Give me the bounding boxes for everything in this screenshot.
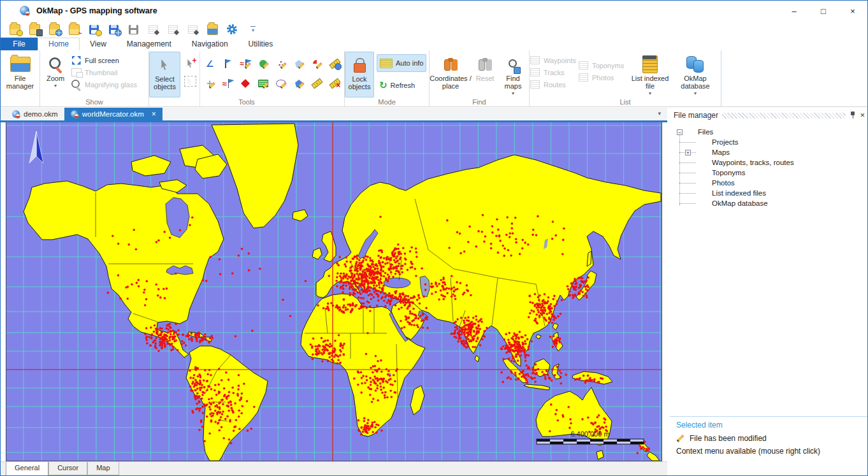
tab-list-caret-icon[interactable]: ▾	[658, 110, 661, 117]
doc-tab-demo-okm[interactable]: demo.okm	[6, 108, 64, 120]
lock-objects-button[interactable]: Lock objects	[345, 52, 374, 97]
show-item-label: Thumbnail	[85, 69, 117, 76]
app-logo-icon	[20, 6, 29, 15]
qat-open-remote-map-button[interactable]	[47, 22, 62, 36]
ruler-icon	[312, 79, 322, 89]
tree-expander-expand[interactable]: +	[685, 150, 691, 155]
draw-area-icon	[258, 59, 269, 69]
draw-polygon-button[interactable]	[291, 55, 307, 73]
ribbon-tab-home[interactable]: Home	[38, 38, 80, 50]
select-objects-button[interactable]: Select objects	[149, 52, 180, 97]
qat-settings-button[interactable]	[224, 22, 240, 36]
tree-item-maps[interactable]: +Maps	[670, 147, 868, 157]
minimize-button[interactable]: –	[779, 1, 809, 21]
show-item-thumbnail: Thumbnail	[71, 66, 137, 78]
qat-save-map-button[interactable]	[106, 22, 121, 36]
qat-overflow-caret-icon[interactable]: ▾	[250, 26, 256, 33]
tree-item-files[interactable]: −Files	[670, 127, 868, 137]
doc-tab-worldMercator-okm[interactable]: worldMercator.okm×	[64, 108, 163, 120]
show-item-full-screen[interactable]: Full screen	[71, 54, 137, 66]
list-indexed-caret-icon: ▾	[649, 90, 651, 97]
find-maps-button[interactable]: Find maps ▾	[498, 52, 528, 97]
settings-icon	[227, 25, 238, 34]
tree-item-label: Projects	[712, 138, 739, 146]
measure-calibrate-button[interactable]	[326, 55, 343, 73]
group-file-manager: File manager	[1, 50, 40, 106]
modified-row: File has been modified	[676, 434, 862, 443]
file-manager-button[interactable]: File manager	[1, 52, 40, 97]
draw-polygon-icon	[294, 59, 305, 69]
tree-item-waypoints-tracks-routes[interactable]: Waypoints, tracks, routes	[670, 157, 868, 168]
draw-ellipse-icon	[276, 79, 287, 89]
coordinates-place-label: Coordinates / place	[430, 75, 472, 90]
zoom-button[interactable]: Zoom ▾	[40, 52, 71, 97]
selected-item-link[interactable]: Selected item	[676, 421, 862, 429]
qat-open-project-button[interactable]	[7, 22, 22, 36]
ribbon-tab-view[interactable]: View	[80, 38, 117, 50]
draw-waypoint-button[interactable]	[219, 55, 236, 73]
refresh-button[interactable]: ↻ Refresh	[377, 77, 426, 94]
pin-icon[interactable]	[850, 112, 856, 119]
select-add-button[interactable]: +	[182, 55, 198, 71]
list-indexed-file-button[interactable]: List indexed file ▾	[628, 52, 672, 97]
draw-waypoint-icon	[222, 59, 233, 69]
draw-multipoint-button[interactable]: ∴	[273, 55, 289, 73]
group-mode: Lock objects Auto info ↻ Refresh Mode	[345, 50, 430, 106]
database-icon	[686, 56, 704, 73]
panel-close-icon[interactable]: ×	[860, 112, 865, 119]
world-map[interactable]: 6.400.000 m	[6, 122, 662, 461]
tree-item-okmap-database[interactable]: OkMap database	[670, 198, 868, 208]
list-item-routes: Routes	[530, 78, 578, 90]
okmap-database-button[interactable]: OkMap database ▾	[672, 52, 718, 97]
qat-open-track-file-button[interactable]: ~	[66, 22, 82, 36]
auto-info-button[interactable]: Auto info	[377, 54, 426, 72]
tree-item-photos[interactable]: Photos	[670, 178, 868, 188]
ribbon-tab-file[interactable]: File	[1, 38, 38, 50]
open-track-file-icon: ~	[69, 25, 80, 34]
tree-expander-collapse[interactable]: −	[677, 129, 683, 135]
ribbon-tab-navigation[interactable]: Navigation	[182, 38, 238, 50]
qat-open-map-button[interactable]	[27, 22, 42, 36]
draw-multipoint-icon: ∴	[276, 59, 287, 69]
tree-item-label: Waypoints, tracks, routes	[712, 159, 794, 166]
status-tab-map[interactable]: Map	[87, 462, 119, 475]
thumbnail-icon	[71, 68, 82, 77]
draw-angle-button[interactable]: ∠	[201, 55, 218, 73]
open-remote-map-icon	[49, 25, 60, 34]
file-manager-tree: −FilesProjects+MapsWaypoints, tracks, ro…	[670, 122, 868, 208]
open-file-manager-icon	[207, 25, 218, 34]
close-button[interactable]: ×	[838, 1, 867, 21]
group-tools: Select objects + ∠≈∴+≈× Tools	[149, 50, 345, 106]
status-tab-general[interactable]: General	[6, 462, 48, 476]
draw-ellipse-button[interactable]	[273, 75, 289, 92]
panel-grip[interactable]	[722, 113, 846, 119]
qat-open-file-manager-button[interactable]	[205, 22, 220, 36]
list-item-tracks: Tracks	[530, 66, 578, 78]
select-add-icon: +	[185, 59, 196, 68]
tree-item-toponyms[interactable]: Toponyms	[670, 168, 868, 178]
draw-polygon-filled-button[interactable]	[291, 75, 307, 92]
draw-sector-button[interactable]	[308, 55, 325, 73]
doc-tab-close-icon[interactable]: ×	[152, 110, 156, 119]
status-tab-cursor[interactable]: Cursor	[48, 462, 87, 475]
draw-area-button[interactable]	[255, 55, 271, 73]
ruler-button[interactable]	[308, 75, 325, 92]
maximize-button[interactable]: □	[809, 1, 838, 21]
tree-item-list-indexed-files[interactable]: List indexed files	[670, 188, 868, 198]
tree-item-label: Maps	[712, 148, 730, 156]
ruler-delete-button[interactable]: ×	[326, 75, 343, 92]
list-item-toponyms: Toponyms	[578, 59, 628, 71]
list-item-label: Waypoints	[544, 57, 576, 64]
tree-item-projects[interactable]: Projects	[670, 137, 868, 147]
draw-note-button[interactable]	[255, 75, 271, 92]
zoom-caret-icon: ▾	[54, 82, 57, 90]
draw-route-button[interactable]: ≈	[237, 55, 254, 73]
ribbon-tab-utilities[interactable]: Utilities	[238, 38, 284, 50]
map-viewport[interactable]: 6.400.000 m	[6, 122, 662, 461]
coordinates-place-button[interactable]: Coordinates / place	[430, 52, 472, 97]
ribbon-tab-management[interactable]: Management	[117, 38, 182, 50]
draw-track-button[interactable]: ≈	[219, 75, 236, 92]
qat-save-project-button[interactable]	[86, 22, 101, 36]
draw-point-button[interactable]	[237, 75, 254, 92]
group-show: Zoom ▾ Full screenThumbnailMagnifying gl…	[40, 50, 149, 106]
